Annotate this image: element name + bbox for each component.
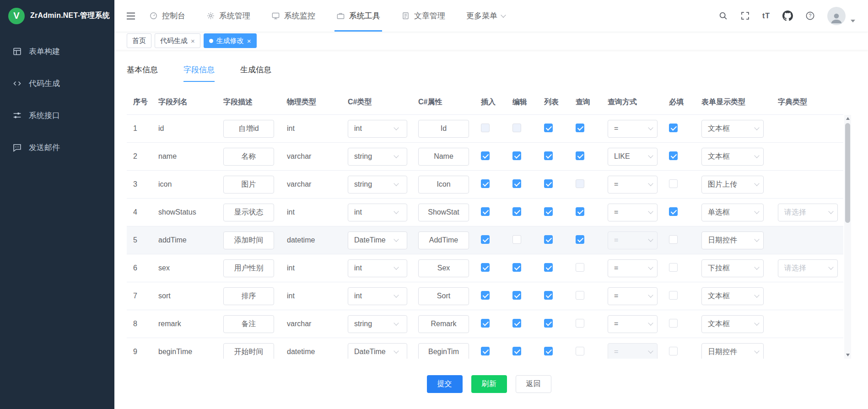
- query-checkbox[interactable]: [576, 235, 584, 244]
- insert-checkbox[interactable]: [481, 207, 490, 216]
- query-checkbox[interactable]: [576, 319, 584, 328]
- query-checkbox[interactable]: [576, 179, 584, 188]
- csharp-property-input[interactable]: [418, 259, 469, 277]
- topnav-item-system-tools[interactable]: 系统工具: [336, 0, 380, 32]
- query-method-select[interactable]: =: [608, 343, 658, 359]
- scrollbar-track[interactable]: [844, 122, 851, 351]
- scrollbar-thumb[interactable]: [845, 123, 850, 223]
- query-method-select[interactable]: =: [608, 204, 658, 221]
- list-checkbox[interactable]: [544, 319, 553, 328]
- search-icon[interactable]: [718, 11, 728, 21]
- display-type-select[interactable]: 下拉框: [701, 259, 764, 277]
- query-method-select[interactable]: =: [608, 231, 658, 249]
- sidebar-item-mail[interactable]: 发送邮件: [0, 131, 114, 163]
- query-method-select[interactable]: =: [608, 315, 658, 333]
- list-checkbox[interactable]: [544, 151, 553, 160]
- field-description-input[interactable]: [223, 120, 274, 138]
- tag-gen-edit[interactable]: 生成修改 ×: [204, 33, 257, 48]
- csharp-property-input[interactable]: [418, 315, 469, 333]
- required-checkbox[interactable]: [669, 179, 678, 188]
- csharp-type-select[interactable]: string: [348, 176, 407, 194]
- tag-home[interactable]: 首页: [127, 33, 151, 48]
- query-method-select[interactable]: =: [608, 120, 658, 138]
- dict-type-select[interactable]: 请选择: [778, 204, 838, 221]
- edit-checkbox[interactable]: [512, 151, 521, 160]
- tab-field-info[interactable]: 字段信息: [183, 65, 215, 82]
- edit-checkbox[interactable]: [512, 207, 521, 216]
- list-checkbox[interactable]: [544, 263, 553, 272]
- field-description-input[interactable]: [223, 315, 274, 333]
- edit-checkbox[interactable]: [512, 291, 521, 300]
- dict-type-select[interactable]: 请选择: [778, 259, 838, 277]
- list-checkbox[interactable]: [544, 179, 553, 188]
- csharp-type-select[interactable]: int: [348, 120, 407, 138]
- sidebar-item-code-gen[interactable]: 代码生成: [0, 67, 114, 99]
- display-type-select[interactable]: 文本框: [701, 148, 764, 166]
- csharp-type-select[interactable]: DateTime: [348, 343, 407, 359]
- required-checkbox[interactable]: [669, 291, 678, 300]
- query-method-select[interactable]: =: [608, 176, 658, 194]
- csharp-property-input[interactable]: [418, 148, 469, 166]
- field-description-input[interactable]: [223, 176, 274, 194]
- field-description-input[interactable]: [223, 231, 274, 249]
- required-checkbox[interactable]: [669, 319, 678, 328]
- refresh-button[interactable]: 刷新: [471, 375, 507, 393]
- topnav-item-more-menu[interactable]: 更多菜单: [466, 0, 505, 32]
- edit-checkbox[interactable]: [512, 235, 521, 244]
- back-button[interactable]: 返回: [516, 375, 551, 393]
- fullscreen-icon[interactable]: [740, 11, 750, 21]
- edit-checkbox[interactable]: [512, 319, 521, 328]
- csharp-type-select[interactable]: int: [348, 259, 407, 277]
- field-description-input[interactable]: [223, 259, 274, 277]
- list-checkbox[interactable]: [544, 207, 553, 216]
- field-description-input[interactable]: [223, 287, 274, 305]
- topnav-item-system-admin[interactable]: 系统管理: [206, 0, 250, 32]
- query-method-select[interactable]: =: [608, 259, 658, 277]
- insert-checkbox[interactable]: [481, 179, 490, 188]
- github-icon[interactable]: [782, 11, 793, 21]
- scroll-down-button[interactable]: [844, 351, 851, 359]
- display-type-select[interactable]: 文本框: [701, 287, 764, 305]
- sidebar-item-api[interactable]: 系统接口: [0, 99, 114, 131]
- tab-basic-info[interactable]: 基本信息: [127, 65, 158, 82]
- list-checkbox[interactable]: [544, 347, 553, 355]
- edit-checkbox[interactable]: [512, 124, 521, 132]
- query-checkbox[interactable]: [576, 347, 584, 355]
- display-type-select[interactable]: 单选框: [701, 204, 764, 221]
- font-size-icon[interactable]: tT: [762, 12, 770, 20]
- query-method-select[interactable]: =: [608, 287, 658, 305]
- display-type-select[interactable]: 日期控件: [701, 343, 764, 359]
- field-description-input[interactable]: [223, 204, 274, 221]
- tab-gen-info[interactable]: 生成信息: [240, 65, 271, 82]
- list-checkbox[interactable]: [544, 235, 553, 244]
- csharp-property-input[interactable]: [418, 176, 469, 194]
- display-type-select[interactable]: 文本框: [701, 315, 764, 333]
- insert-checkbox[interactable]: [481, 291, 490, 300]
- query-checkbox[interactable]: [576, 151, 584, 160]
- csharp-property-input[interactable]: [418, 231, 469, 249]
- query-checkbox[interactable]: [576, 124, 584, 132]
- edit-checkbox[interactable]: [512, 179, 521, 188]
- field-description-input[interactable]: [223, 148, 274, 166]
- tag-code-gen[interactable]: 代码生成 ×: [155, 33, 200, 48]
- query-method-select[interactable]: LIKE: [608, 148, 658, 166]
- csharp-property-input[interactable]: [418, 343, 469, 359]
- csharp-property-input[interactable]: [418, 204, 469, 221]
- csharp-property-input[interactable]: [418, 287, 469, 305]
- csharp-property-input[interactable]: [418, 120, 469, 138]
- field-description-input[interactable]: [223, 343, 274, 359]
- topnav-item-dashboard[interactable]: 控制台: [149, 0, 185, 32]
- display-type-select[interactable]: 文本框: [701, 120, 764, 138]
- required-checkbox[interactable]: [669, 235, 678, 244]
- edit-checkbox[interactable]: [512, 263, 521, 272]
- edit-checkbox[interactable]: [512, 347, 521, 355]
- display-type-select[interactable]: 图片上传: [701, 176, 764, 194]
- list-checkbox[interactable]: [544, 124, 553, 132]
- required-checkbox[interactable]: [669, 151, 678, 160]
- csharp-type-select[interactable]: string: [348, 315, 407, 333]
- display-type-select[interactable]: 日期控件: [701, 231, 764, 249]
- insert-checkbox[interactable]: [481, 263, 490, 272]
- close-icon[interactable]: ×: [247, 38, 251, 44]
- required-checkbox[interactable]: [669, 347, 678, 355]
- submit-button[interactable]: 提交: [427, 375, 463, 393]
